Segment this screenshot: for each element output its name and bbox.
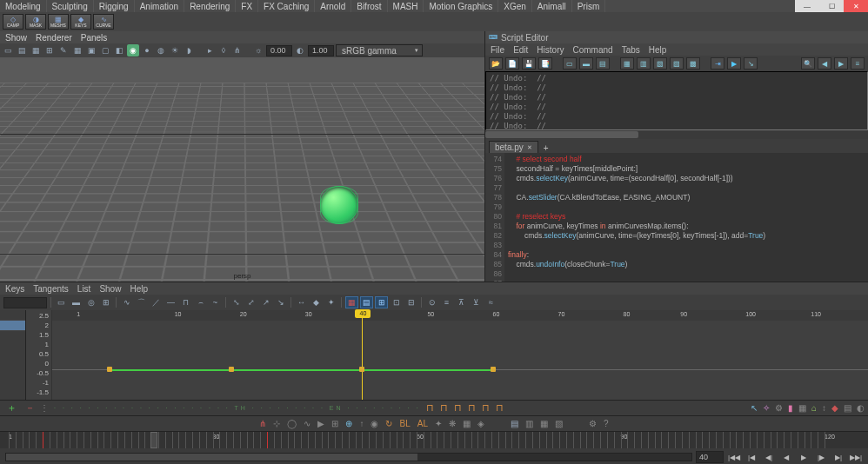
linear-tangent-icon[interactable]: ／ [150, 296, 163, 308]
main-menu-animation[interactable]: Animation [135, 0, 184, 12]
options-icon[interactable]: ≡ [851, 57, 865, 70]
se-menu-tabs[interactable]: Tabs [622, 45, 640, 55]
main-menu-rigging[interactable]: Rigging [94, 0, 135, 12]
echo-icon[interactable]: ▥ [637, 57, 651, 70]
selected-sphere[interactable] [320, 186, 358, 224]
new-tab-button[interactable]: + [540, 143, 552, 153]
curve-smoothness-icon[interactable]: ≈ [484, 296, 497, 308]
tool2-icon[interactable]: ✧ [763, 403, 770, 413]
se-menu-help[interactable]: Help [649, 45, 667, 55]
free-tangent-icon[interactable]: ↗ [259, 296, 272, 308]
film-gate-icon[interactable]: ▣ [85, 44, 97, 56]
pole-icon[interactable]: ✦ [435, 419, 442, 428]
graph-canvas[interactable]: 1102030405060708090100110 40 [52, 310, 868, 400]
textured-icon[interactable]: ◍ [155, 44, 167, 56]
view-transform-dropdown[interactable]: sRGB gamma [336, 44, 423, 56]
main-menu-prism[interactable]: Prism [572, 0, 606, 12]
outliner-list[interactable] [0, 310, 26, 400]
save-script-icon[interactable]: 💾 [522, 57, 536, 70]
ge-menu-help[interactable]: Help [130, 284, 148, 294]
keyframe[interactable] [107, 367, 112, 372]
skeleton-icon[interactable]: ⋔ [259, 419, 266, 428]
time-snap-icon[interactable]: ⊡ [390, 296, 403, 308]
plateau-tangent-icon[interactable]: ⌢ [194, 296, 207, 308]
step-back-icon[interactable]: ◀| [762, 451, 776, 463]
region-icon[interactable]: ▤ [360, 296, 373, 308]
settings-icon[interactable]: ⚙ [589, 419, 597, 428]
xray-joints-icon[interactable]: ⋔ [231, 44, 244, 56]
graph-editor-icon[interactable]: ▤ [511, 419, 518, 428]
maximize-button[interactable]: ☐ [819, 0, 844, 12]
add-key-icon[interactable]: ✦ [324, 296, 337, 308]
clamped-tangent-icon[interactable]: ⌒ [135, 296, 148, 308]
ge-menu-show[interactable]: Show [99, 284, 121, 294]
ge-menu-keys[interactable]: Keys [5, 284, 24, 294]
keyframe[interactable] [229, 367, 234, 372]
scale-constrain-icon[interactable]: AL [417, 419, 428, 428]
history-panel[interactable]: // Undo: // // Undo: // // Undo: // // U… [485, 71, 868, 130]
main-menu-animall[interactable]: Animall [532, 0, 572, 12]
value-snap-icon[interactable]: ⊟ [404, 296, 417, 308]
go-end-icon[interactable]: ▶▶| [849, 451, 863, 463]
main-menu-xgen[interactable]: XGen [498, 0, 532, 12]
deform-icon[interactable]: ❋ [449, 419, 456, 428]
frame-all-icon[interactable]: ▭ [55, 296, 68, 308]
line-numbers-icon[interactable]: ▧ [653, 57, 667, 70]
keyframe[interactable] [491, 367, 496, 372]
tool8-icon[interactable]: ◆ [831, 403, 838, 413]
range-slider-row[interactable]: 40 |◀◀ |◀ ◀| ◀ ▶ |▶ ▶| ▶▶| [0, 448, 868, 464]
clear-input-icon[interactable]: ▬ [579, 57, 593, 70]
main-menu-fx-caching[interactable]: FX Caching [258, 0, 315, 12]
lattice-icon[interactable]: ▦ [345, 296, 358, 308]
insert-key-icon[interactable]: ◆ [310, 296, 323, 308]
close-tab-icon[interactable]: ✕ [527, 144, 532, 151]
ghost-icon[interactable]: ◯ [287, 419, 297, 428]
tool10-icon[interactable]: ◐ [857, 403, 865, 413]
minimize-button[interactable]: — [795, 0, 819, 12]
normalize-icon[interactable]: ⊼ [455, 296, 468, 308]
grease-pencil-icon[interactable]: ✎ [57, 44, 70, 56]
auto-frame-icon[interactable]: ⊞ [99, 296, 112, 308]
code-text[interactable]: # select second half secondHalf = keyTim… [504, 153, 769, 282]
anim-toolbar-2[interactable]: ⋔ ⊹ ◯ ∿ ▶ ⊞ ⊕ ↑ ◉ ↻ BL AL ✦ ❋ ▦ ◈ ▤ ▥ ▦ … [0, 415, 868, 431]
panel-menu-show[interactable]: Show [5, 33, 27, 43]
clear-history-icon[interactable]: ▭ [563, 57, 577, 70]
play-back-icon[interactable]: ◀ [779, 451, 793, 463]
main-menu-mash[interactable]: MASH [388, 0, 424, 12]
script-tabs[interactable]: beta.py ✕ + [485, 139, 868, 153]
tool3-icon[interactable]: ⚙ [775, 403, 783, 413]
tab-beta-py[interactable]: beta.py ✕ [489, 141, 538, 153]
gate-mask-icon[interactable]: ◧ [113, 44, 125, 56]
image-plane-icon[interactable]: ▦ [30, 44, 42, 56]
gamma-icon[interactable]: ◐ [294, 44, 306, 56]
ge-menu-tangents[interactable]: Tangents [33, 284, 69, 294]
main-menu-sculpting[interactable]: Sculpting [47, 0, 94, 12]
ge-menu-list[interactable]: List [77, 284, 91, 294]
tangent-strip[interactable]: ⊓ ⊓ ⊓ ⊓ ⊓ ⊓ [426, 402, 505, 414]
keyframe[interactable] [359, 367, 364, 372]
break-tangent-icon[interactable]: ⤡ [230, 296, 243, 308]
window-controls[interactable]: — ☐ ✕ [795, 0, 868, 12]
execute-icon[interactable]: ▶ [727, 57, 741, 70]
point-icon[interactable]: ◉ [371, 419, 378, 428]
tool4-icon[interactable]: ▮ [788, 403, 793, 413]
filter-icon[interactable]: ⋮ [40, 403, 49, 413]
xray-icon[interactable]: ◊ [217, 44, 230, 56]
save-to-shelf-icon[interactable]: 📑 [538, 57, 552, 70]
remove-icon[interactable]: － [25, 401, 35, 414]
wireframe-shaded-icon[interactable]: ◉ [127, 44, 139, 56]
current-frame-field[interactable]: 40 [696, 451, 724, 463]
main-menu-rendering[interactable]: Rendering [184, 0, 236, 12]
wrap-icon[interactable]: ◈ [477, 419, 484, 428]
shelf-curve[interactable]: ∿CURVE [93, 14, 114, 30]
denormalize-icon[interactable]: ⊻ [470, 296, 483, 308]
se-menu-edit[interactable]: Edit [513, 45, 528, 55]
stacked-icon[interactable]: ≡ [440, 296, 453, 308]
panel-menu-panels[interactable]: Panels [81, 33, 108, 43]
2d-pan-icon[interactable]: ⊞ [43, 44, 56, 56]
frame-playback-icon[interactable]: ▬ [70, 296, 83, 308]
orient-icon[interactable]: ↻ [385, 419, 392, 428]
shelf-meshs[interactable]: ▦MESHS [48, 14, 69, 30]
lock-tangent-icon[interactable]: ↘ [274, 296, 287, 308]
main-menu-fx[interactable]: FX [236, 0, 258, 12]
